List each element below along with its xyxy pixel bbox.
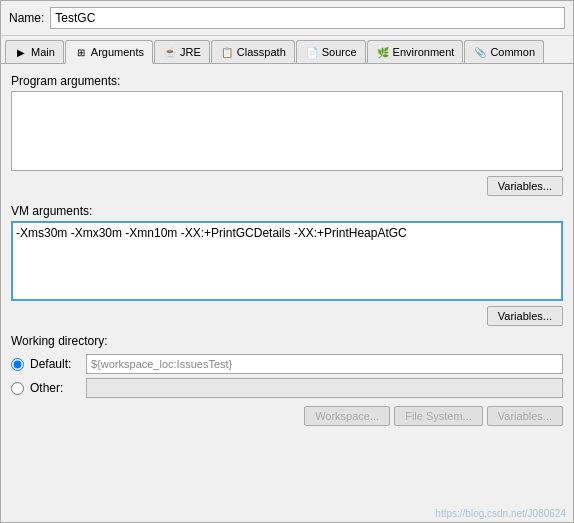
other-radio-row: Other: — [11, 378, 563, 398]
default-value-input[interactable] — [86, 354, 563, 374]
tab-source-label: Source — [322, 46, 357, 58]
default-radio-row: Default: — [11, 354, 563, 374]
tab-main-label: Main — [31, 46, 55, 58]
environment-icon: 🌿 — [376, 45, 390, 59]
main-icon: ▶ — [14, 45, 28, 59]
content-area: Program arguments: Variables... VM argum… — [1, 64, 573, 522]
vm-args-container — [11, 221, 563, 304]
other-value-input[interactable] — [86, 378, 563, 398]
tab-classpath-label: Classpath — [237, 46, 286, 58]
working-dir-btn-row: Workspace... File System... Variables... — [11, 406, 563, 426]
vm-args-variables-button[interactable]: Variables... — [487, 306, 563, 326]
vm-args-section: VM arguments: Variables... — [11, 204, 563, 326]
program-args-container — [11, 91, 563, 174]
tab-main[interactable]: ▶ Main — [5, 40, 64, 63]
arguments-icon: ⊞ — [74, 45, 88, 59]
tab-jre[interactable]: ☕ JRE — [154, 40, 210, 63]
other-radio[interactable] — [11, 382, 24, 395]
tab-arguments-label: Arguments — [91, 46, 144, 58]
default-radio[interactable] — [11, 358, 24, 371]
vm-args-btn-row: Variables... — [11, 306, 563, 326]
jre-icon: ☕ — [163, 45, 177, 59]
name-label: Name: — [9, 11, 44, 25]
tab-jre-label: JRE — [180, 46, 201, 58]
tab-environment-label: Environment — [393, 46, 455, 58]
tab-arguments[interactable]: ⊞ Arguments — [65, 40, 153, 64]
tab-common-label: Common — [490, 46, 535, 58]
program-args-variables-button[interactable]: Variables... — [487, 176, 563, 196]
vm-args-textarea[interactable] — [11, 221, 563, 301]
tab-classpath[interactable]: 📋 Classpath — [211, 40, 295, 63]
program-args-textarea[interactable] — [11, 91, 563, 171]
default-radio-label: Default: — [30, 357, 80, 371]
workspace-button[interactable]: Workspace... — [304, 406, 390, 426]
working-dir-variables-button[interactable]: Variables... — [487, 406, 563, 426]
name-row: Name: — [1, 1, 573, 36]
name-input[interactable] — [50, 7, 565, 29]
program-args-section: Program arguments: Variables... — [11, 74, 563, 196]
other-radio-label: Other: — [30, 381, 80, 395]
program-args-btn-row: Variables... — [11, 176, 563, 196]
common-icon: 📎 — [473, 45, 487, 59]
tab-common[interactable]: 📎 Common — [464, 40, 544, 63]
run-configuration-dialog: Name: ▶ Main ⊞ Arguments ☕ JRE 📋 Classpa… — [0, 0, 574, 523]
filesystem-button[interactable]: File System... — [394, 406, 483, 426]
tab-source[interactable]: 📄 Source — [296, 40, 366, 63]
working-dir-section: Working directory: Default: Other: Works… — [11, 334, 563, 426]
source-icon: 📄 — [305, 45, 319, 59]
program-args-label: Program arguments: — [11, 74, 563, 88]
classpath-icon: 📋 — [220, 45, 234, 59]
working-dir-label: Working directory: — [11, 334, 563, 348]
tabs-bar: ▶ Main ⊞ Arguments ☕ JRE 📋 Classpath 📄 S… — [1, 36, 573, 64]
vm-args-label: VM arguments: — [11, 204, 563, 218]
tab-environment[interactable]: 🌿 Environment — [367, 40, 464, 63]
